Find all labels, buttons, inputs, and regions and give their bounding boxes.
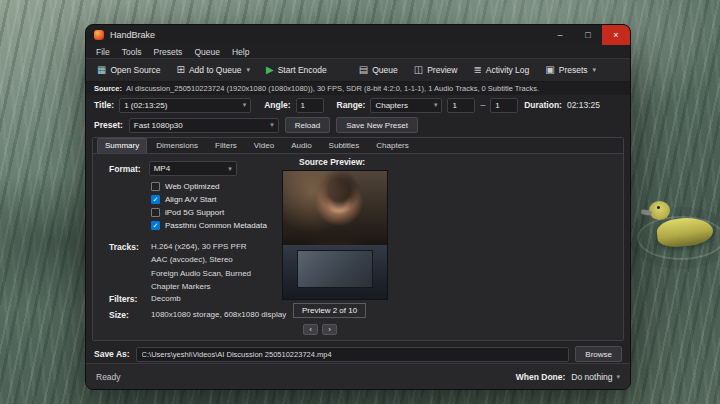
queue-button[interactable]: ▤ Queue	[352, 62, 405, 78]
chevron-down-icon: ▾	[228, 165, 232, 173]
close-button[interactable]: ×	[602, 25, 630, 45]
activity-log-label: Activity Log	[486, 65, 529, 75]
source-info-row: Source: AI discussion_250510223724 (1920…	[86, 82, 630, 95]
preview-prev-button[interactable]: ‹	[303, 324, 318, 335]
range-start-stepper[interactable]: 1	[447, 98, 475, 113]
handbrake-window: HandBrake – □ × File Tools Presets Queue…	[85, 24, 631, 390]
status-bar: Ready When Done: Do nothing ▾	[86, 363, 630, 389]
browse-button[interactable]: Browse	[575, 346, 622, 362]
duck-beak	[641, 209, 653, 216]
title-select[interactable]: 1 (02:13:25) ▾	[119, 98, 251, 113]
preset-select[interactable]: Fast 1080p30 ▾	[129, 118, 279, 133]
range-type-select[interactable]: Chapters ▾	[370, 98, 442, 113]
tab-audio[interactable]: Audio	[283, 138, 319, 153]
menu-tools[interactable]: Tools	[116, 47, 148, 57]
tab-bar: Summary Dimensions Filters Video Audio S…	[93, 138, 623, 154]
source-preview-label: Source Preview:	[299, 157, 365, 167]
checkbox-box[interactable]: ✓	[151, 195, 160, 204]
filters-info: Filters: Decomb	[109, 294, 181, 305]
source-label: Source:	[94, 84, 122, 93]
menu-help[interactable]: Help	[226, 47, 255, 57]
save-as-path-input[interactable]	[136, 347, 570, 362]
chevron-down-icon: ▾	[270, 121, 274, 129]
source-preview-image	[283, 171, 387, 299]
when-done-select[interactable]: Do nothing ▾	[571, 372, 620, 382]
chevron-down-icon: ▾	[434, 101, 438, 109]
open-source-button[interactable]: ▦ Open Source	[90, 62, 168, 78]
preview-window-icon: ◫	[414, 65, 423, 75]
add-to-queue-label: Add to Queue	[189, 65, 241, 75]
track-line: Chapter Markers	[151, 282, 251, 293]
format-row: Format: MP4 ▾	[109, 161, 237, 176]
checkbox-box[interactable]: ✓	[151, 221, 160, 230]
main-panel: Summary Dimensions Filters Video Audio S…	[92, 137, 624, 341]
checkbox-align-av-start[interactable]: ✓ Align A/V Start	[151, 195, 267, 204]
tab-video[interactable]: Video	[246, 138, 282, 153]
preview-screen-region	[283, 245, 387, 299]
start-encode-button[interactable]: ▶ Start Encode	[259, 62, 334, 78]
status-text: Ready	[96, 372, 121, 382]
title-select-value: 1 (02:13:25)	[124, 101, 167, 110]
presets-button[interactable]: ▣ Presets ▾	[538, 62, 603, 78]
maximize-button[interactable]: □	[574, 25, 602, 45]
tab-filters[interactable]: Filters	[207, 138, 245, 153]
checkbox-label: Align A/V Start	[165, 195, 217, 204]
menu-file[interactable]: File	[90, 47, 116, 57]
checkbox-web-optimized[interactable]: Web Optimized	[151, 182, 267, 191]
title-row: Title: 1 (02:13:25) ▾ Angle: 1 Range: Ch…	[86, 95, 630, 115]
reload-button[interactable]: Reload	[285, 117, 330, 133]
tracks-info: Tracks: H.264 (x264), 30 FPS PFR AAC (av…	[109, 242, 251, 293]
preview-button[interactable]: ◫ Preview	[407, 62, 465, 78]
handbrake-logo-icon	[94, 30, 104, 40]
save-as-label: Save As:	[94, 349, 130, 359]
presets-toolbox-icon: ▣	[545, 65, 554, 75]
checkbox-label: iPod 5G Support	[165, 208, 224, 217]
range-type-value: Chapters	[375, 101, 407, 110]
preview-next-button[interactable]: ›	[322, 324, 337, 335]
preview-label: Preview	[427, 65, 457, 75]
summary-tab-content: Format: MP4 ▾ Web Optimized ✓ Align A/V …	[93, 154, 623, 340]
format-label: Format:	[109, 164, 141, 174]
tab-subtitles[interactable]: Subtitles	[321, 138, 368, 153]
range-separator: –	[480, 100, 485, 110]
tab-chapters[interactable]: Chapters	[368, 138, 416, 153]
format-options: Web Optimized ✓ Align A/V Start iPod 5G …	[151, 182, 267, 230]
queue-label: Queue	[372, 65, 398, 75]
title-label: Title:	[94, 100, 114, 110]
tracks-values: H.264 (x264), 30 FPS PFR AAC (avcodec), …	[151, 242, 251, 293]
tab-summary[interactable]: Summary	[97, 138, 147, 153]
format-select[interactable]: MP4 ▾	[149, 161, 237, 176]
play-icon: ▶	[266, 65, 274, 75]
chevron-down-icon[interactable]: ▾	[593, 66, 597, 74]
menu-presets[interactable]: Presets	[148, 47, 189, 57]
angle-stepper[interactable]: 1	[296, 98, 324, 113]
angle-label: Angle:	[264, 100, 290, 110]
range-end-stepper[interactable]: 1	[490, 98, 518, 113]
checkbox-box[interactable]	[151, 182, 160, 191]
filters-label: Filters:	[109, 294, 151, 305]
tab-dimensions[interactable]: Dimensions	[148, 138, 206, 153]
open-source-label: Open Source	[110, 65, 160, 75]
source-value: AI discussion_250510223724 (1920x1080 (1…	[126, 84, 539, 93]
activity-log-button[interactable]: ≣ Activity Log	[466, 62, 536, 78]
checkbox-label: Passthru Common Metadata	[165, 221, 267, 230]
checkbox-passthru-common-metadata[interactable]: ✓ Passthru Common Metadata	[151, 221, 267, 230]
save-new-preset-button[interactable]: Save New Preset	[336, 117, 418, 133]
menu-queue[interactable]: Queue	[188, 47, 226, 57]
checkbox-ipod-5g-support[interactable]: iPod 5G Support	[151, 208, 267, 217]
filters-value: Decomb	[151, 294, 181, 305]
size-info: Size: 1080x1080 storage, 608x1080 displa…	[109, 310, 286, 321]
minimize-button[interactable]: –	[546, 25, 574, 45]
range-start-value: 1	[452, 101, 456, 110]
track-line: Foreign Audio Scan, Burned	[151, 269, 251, 280]
window-controls: – □ ×	[546, 25, 630, 45]
add-to-queue-button[interactable]: ⊞ Add to Queue ▾	[170, 62, 257, 78]
range-label: Range:	[337, 100, 366, 110]
desktop-wallpaper: HandBrake – □ × File Tools Presets Queue…	[0, 0, 720, 404]
add-to-queue-icon: ⊞	[177, 65, 185, 75]
preset-label: Preset:	[94, 120, 123, 130]
titlebar[interactable]: HandBrake – □ ×	[86, 25, 630, 45]
chevron-down-icon[interactable]: ▾	[246, 66, 250, 74]
checkbox-box[interactable]	[151, 208, 160, 217]
when-done-value: Do nothing	[571, 372, 612, 382]
